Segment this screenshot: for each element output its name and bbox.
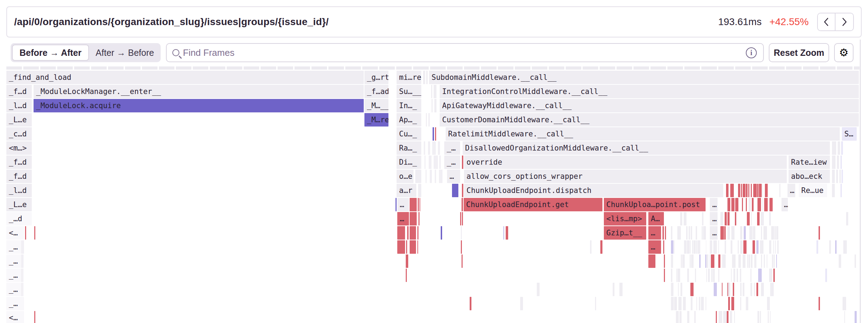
flame-frame[interactable]	[770, 311, 771, 323]
flame-frame[interactable]: ChunkUploadEndpoint.get	[464, 198, 602, 211]
flame-frame[interactable]	[764, 254, 765, 268]
flame-frame[interactable]	[832, 170, 835, 183]
flame-frame[interactable]	[832, 141, 836, 155]
flame-frame[interactable]	[702, 212, 703, 225]
flame-frame[interactable]	[690, 254, 691, 268]
flame-frame[interactable]: _ModuleLockManager.__enter__	[34, 85, 364, 98]
flame-frame[interactable]	[664, 269, 665, 282]
flame-frame[interactable]	[418, 184, 421, 197]
flame-frame[interactable]	[25, 226, 26, 240]
flame-frame[interactable]	[678, 297, 682, 310]
flame-frame[interactable]	[426, 113, 427, 127]
flame-frame[interactable]: <…	[6, 226, 24, 240]
flame-frame[interactable]	[835, 240, 837, 254]
flame-frame[interactable]	[773, 269, 775, 282]
flame-frame[interactable]	[711, 269, 713, 282]
flame-frame[interactable]: ApiGatewayMiddleware.__call__	[440, 99, 859, 112]
flame-frame[interactable]	[728, 283, 730, 296]
flame-frame[interactable]	[843, 297, 846, 310]
flame-frame[interactable]	[839, 170, 841, 183]
flame-frame[interactable]	[740, 283, 742, 296]
flame-frame[interactable]: S…	[842, 127, 857, 141]
flame-frame[interactable]: …	[710, 212, 718, 225]
flame-frame[interactable]	[664, 254, 665, 268]
flame-frame[interactable]	[415, 170, 421, 183]
flame-frame[interactable]	[410, 226, 416, 240]
flame-frame[interactable]	[761, 254, 762, 268]
flame-frame[interactable]	[746, 184, 748, 197]
flame-frame[interactable]	[434, 99, 436, 112]
flame-frame[interactable]	[772, 254, 773, 268]
flame-frame[interactable]	[432, 141, 436, 155]
flame-frame[interactable]	[686, 226, 688, 240]
flame-frame[interactable]	[837, 155, 839, 169]
flame-frame[interactable]	[420, 198, 420, 211]
flame-frame[interactable]	[832, 184, 835, 197]
flame-frame[interactable]	[710, 240, 712, 254]
flame-frame[interactable]: _M…__	[364, 99, 388, 112]
flame-frame[interactable]	[767, 254, 767, 268]
flame-frame[interactable]: Ra…_	[397, 141, 421, 155]
flame-frame[interactable]	[771, 226, 774, 240]
flame-frame[interactable]	[34, 311, 35, 323]
flame-frame[interactable]	[749, 198, 751, 211]
flame-frame[interactable]	[775, 240, 776, 254]
flame-frame[interactable]: CustomerDomainMiddleware.__call__	[440, 113, 859, 127]
flame-frame[interactable]	[832, 155, 836, 169]
flame-frame[interactable]	[418, 198, 419, 211]
flame-frame[interactable]	[691, 297, 692, 310]
flame-frame[interactable]: <m…>	[6, 141, 32, 155]
flame-frame[interactable]	[769, 212, 771, 225]
flame-frame[interactable]	[738, 184, 740, 197]
flame-frame[interactable]	[426, 170, 427, 183]
flame-frame[interactable]	[769, 198, 773, 211]
flame-frame[interactable]	[452, 184, 458, 197]
flame-frame[interactable]	[21, 240, 24, 254]
flame-frame[interactable]	[619, 283, 623, 296]
flame-frame[interactable]	[709, 254, 710, 268]
flame-frame[interactable]	[727, 311, 729, 323]
flame-frame[interactable]	[839, 254, 841, 268]
flame-frame[interactable]	[734, 311, 735, 323]
flame-frame[interactable]	[855, 254, 856, 268]
flame-frame[interactable]	[462, 198, 463, 211]
flame-frame[interactable]	[590, 240, 591, 254]
flame-frame[interactable]	[417, 226, 418, 240]
flame-frame[interactable]	[769, 269, 772, 282]
flame-frame[interactable]: …	[787, 184, 795, 197]
flame-frame[interactable]	[731, 226, 735, 240]
flame-frame[interactable]: _find_and_load	[6, 71, 364, 84]
flame-frame[interactable]	[819, 226, 820, 240]
flame-frame[interactable]	[461, 226, 462, 240]
flame-frame[interactable]	[687, 269, 689, 282]
flame-frame[interactable]	[753, 226, 755, 240]
flame-frame[interactable]	[34, 226, 35, 240]
flame-frame[interactable]	[423, 71, 425, 84]
flame-frame[interactable]: RatelimitMiddleware.__call__	[446, 127, 840, 141]
flame-frame[interactable]	[713, 269, 715, 282]
flame-frame[interactable]	[690, 283, 694, 296]
flame-frame[interactable]	[843, 240, 847, 254]
flame-frame[interactable]	[841, 141, 843, 155]
flame-frame[interactable]	[753, 240, 755, 254]
flame-frame[interactable]	[671, 297, 674, 310]
flame-frame[interactable]	[840, 184, 842, 197]
flame-frame[interactable]	[716, 311, 717, 323]
flame-frame[interactable]	[439, 155, 441, 169]
flame-frame[interactable]: …	[648, 240, 661, 254]
flame-frame[interactable]	[743, 240, 747, 254]
flame-frame[interactable]	[733, 269, 735, 282]
flame-frame[interactable]	[776, 226, 778, 240]
flame-frame[interactable]	[424, 155, 426, 169]
flame-frame[interactable]: In…_	[397, 99, 421, 112]
flame-frame[interactable]: Su…__	[397, 85, 421, 98]
flame-frame[interactable]	[671, 269, 672, 282]
flame-frame[interactable]	[757, 311, 759, 323]
flame-frame[interactable]	[740, 240, 743, 254]
flame-frame[interactable]: _f…d	[6, 85, 32, 98]
flame-frame[interactable]: Rate…iew	[789, 155, 830, 169]
flame-frame[interactable]	[756, 240, 759, 254]
flame-frame[interactable]	[671, 240, 673, 254]
flame-frame[interactable]	[435, 127, 436, 141]
flame-frame[interactable]	[687, 240, 690, 254]
